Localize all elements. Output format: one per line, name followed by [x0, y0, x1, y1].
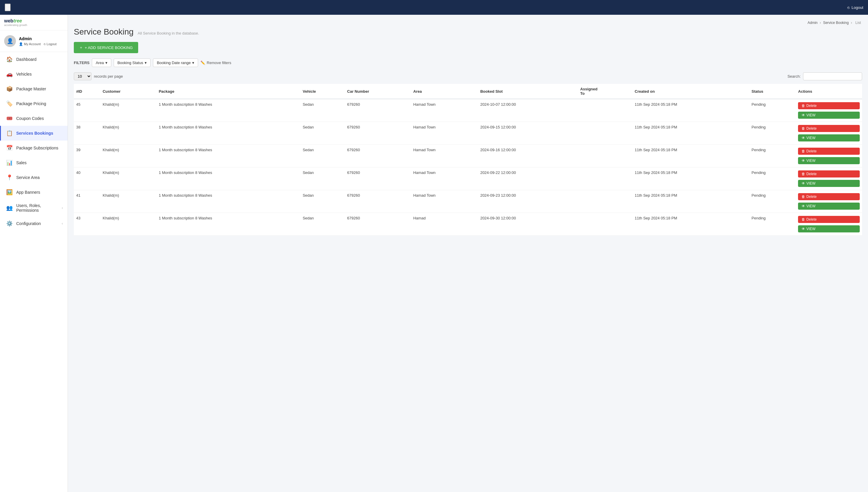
breadcrumb-list: List: [855, 21, 861, 25]
trash-icon: 🗑: [801, 126, 805, 130]
cell-area: Hamad: [411, 213, 478, 236]
cell-created-on: 11th Sep 2024 05:18 PM: [632, 213, 749, 236]
table-row: 38Khalid(m)1 Month subscription 8 Washes…: [74, 122, 862, 145]
area-filter-button[interactable]: Area ▾: [92, 58, 111, 67]
cell-created-on: 11th Sep 2024 05:18 PM: [632, 122, 749, 145]
delete-button-45[interactable]: 🗑 Delete: [798, 102, 860, 109]
delete-button-41[interactable]: 🗑 Delete: [798, 193, 860, 200]
actions-cell: 🗑 Delete👁 VIEW: [796, 213, 862, 236]
vehicles-icon: 🚗: [6, 70, 13, 78]
breadcrumb-admin[interactable]: Admin: [808, 21, 818, 25]
eye-icon: 👁: [801, 113, 805, 117]
cell-customer: Khalid(m): [100, 213, 156, 236]
app-tagline: accelerating growth: [4, 24, 63, 27]
my-account-link[interactable]: 👤 My Account: [19, 42, 41, 46]
eye-icon: 👁: [801, 204, 805, 208]
sidebar-item-package-master[interactable]: 📦 Package Master: [0, 81, 68, 96]
sidebar-item-package-subscriptions[interactable]: 📅 Package Subscriptions: [0, 141, 68, 155]
sidebar-item-services-bookings[interactable]: 📋 Services Bookings: [0, 126, 68, 141]
sidebar-item-service-area[interactable]: 📍 Service Area: [0, 170, 68, 185]
sidebar-item-vehicles[interactable]: 🚗 Vehicles: [0, 67, 68, 81]
eraser-icon: ✏️: [201, 60, 205, 65]
sidebar: webtree accelerating growth 👤 Admin 👤 My…: [0, 15, 68, 492]
cell-booked-slot: 2024-09-16 12:00:00: [478, 145, 578, 168]
sidebar-item-dashboard[interactable]: 🏠 Dashboard: [0, 52, 68, 67]
eye-icon: 👁: [801, 158, 805, 163]
filters-label: FILTERS: [74, 60, 90, 65]
cell-status: Pending: [749, 213, 796, 236]
app-logo: webtree: [4, 18, 63, 24]
sidebar-logout-link[interactable]: ⎋ Logout: [44, 42, 57, 46]
delete-button-38[interactable]: 🗑 Delete: [798, 125, 860, 132]
cell-assigned-to: [578, 145, 632, 168]
view-button-39[interactable]: 👁 VIEW: [798, 157, 860, 164]
cell-booked-slot: 2024-09-22 12:00:00: [478, 168, 578, 190]
records-per-page-select[interactable]: 102550100: [74, 72, 92, 80]
cell-area: Hamad Town: [411, 99, 478, 122]
breadcrumb-service-booking[interactable]: Service Booking: [823, 21, 849, 25]
booking-status-filter-button[interactable]: Booking Status ▾: [114, 58, 151, 67]
cell-booked-slot: 2024-09-23 12:00:00: [478, 190, 578, 213]
cell-car-number: 679260: [345, 122, 411, 145]
cell--id: 43: [74, 213, 100, 236]
view-button-41[interactable]: 👁 VIEW: [798, 203, 860, 210]
users-roles-permissions-icon: 👥: [6, 204, 13, 212]
view-button-45[interactable]: 👁 VIEW: [798, 112, 860, 119]
logout-button[interactable]: ⎋ Logout: [847, 5, 863, 10]
booking-date-range-filter-button[interactable]: Booking Date range ▾: [153, 58, 198, 67]
cell-assigned-to: [578, 213, 632, 236]
breadcrumb: Admin › Service Booking › List: [74, 21, 862, 25]
cell-created-on: 11th Sep 2024 05:18 PM: [632, 168, 749, 190]
trash-icon: 🗑: [801, 217, 805, 221]
person-icon: 👤: [19, 42, 23, 46]
cell-created-on: 11th Sep 2024 05:18 PM: [632, 145, 749, 168]
page-subtitle: All Service Booking in the database.: [137, 31, 199, 35]
cell--id: 40: [74, 168, 100, 190]
eye-icon: 👁: [801, 227, 805, 231]
delete-button-40[interactable]: 🗑 Delete: [798, 170, 860, 177]
delete-button-39[interactable]: 🗑 Delete: [798, 148, 860, 155]
configuration-icon: ⚙️: [6, 220, 13, 227]
user-info: Admin 👤 My Account ⎋ Logout: [19, 36, 57, 46]
search-bar: Search:: [787, 72, 862, 80]
col-header-vehicle: Vehicle: [300, 84, 345, 99]
page-title: Service Booking: [74, 27, 133, 36]
coupon-codes-icon: 🎟️: [6, 115, 13, 122]
main-content: Admin › Service Booking › List Service B…: [68, 15, 868, 492]
sales-icon: 📊: [6, 159, 13, 167]
hamburger-button[interactable]: ☰: [5, 3, 10, 11]
cell-package: 1 Month subscription 8 Washes: [156, 168, 301, 190]
search-input[interactable]: [803, 72, 862, 80]
delete-button-43[interactable]: 🗑 Delete: [798, 216, 860, 223]
col-header-booked-slot: Booked Slot: [478, 84, 578, 99]
cell-area: Hamad Town: [411, 190, 478, 213]
sidebar-item-app-banners[interactable]: 🖼️ App Banners: [0, 185, 68, 200]
col-header-assigned-to: AssignedTo: [578, 84, 632, 99]
cell-assigned-to: [578, 122, 632, 145]
add-button-label: + ADD SERVICE BOOKING: [85, 46, 133, 50]
remove-filters-button[interactable]: ✏️ Remove filters: [201, 60, 231, 65]
view-button-40[interactable]: 👁 VIEW: [798, 180, 860, 187]
sidebar-item-coupon-codes[interactable]: 🎟️ Coupon Codes: [0, 111, 68, 126]
cell-package: 1 Month subscription 8 Washes: [156, 122, 301, 145]
sidebar-item-users-roles-permissions[interactable]: 👥 Users, Roles, Permissions ›: [0, 200, 68, 216]
cell-vehicle: Sedan: [300, 99, 345, 122]
sidebar-item-package-pricing[interactable]: 🏷️ Package Pricing: [0, 96, 68, 111]
cell-assigned-to: [578, 99, 632, 122]
sidebar-item-sales[interactable]: 📊 Sales: [0, 155, 68, 170]
col-header-car-number: Car Number: [345, 84, 411, 99]
dashboard-icon: 🏠: [6, 55, 13, 63]
view-button-43[interactable]: 👁 VIEW: [798, 225, 860, 232]
actions-cell: 🗑 Delete👁 VIEW: [796, 122, 862, 145]
cell-status: Pending: [749, 122, 796, 145]
data-table: #IDCustomerPackageVehicleCar NumberAreaB…: [74, 84, 862, 236]
logout-label: Logout: [851, 5, 863, 10]
cell-car-number: 679260: [345, 99, 411, 122]
add-service-booking-button[interactable]: ＋ + ADD SERVICE BOOKING: [74, 42, 138, 53]
package-subscriptions-icon: 📅: [6, 144, 13, 152]
cell--id: 41: [74, 190, 100, 213]
view-button-38[interactable]: 👁 VIEW: [798, 134, 860, 142]
cell-area: Hamad Town: [411, 145, 478, 168]
page-header: Service Booking All Service Booking in t…: [74, 27, 862, 36]
sidebar-item-configuration[interactable]: ⚙️ Configuration ‹: [0, 216, 68, 231]
